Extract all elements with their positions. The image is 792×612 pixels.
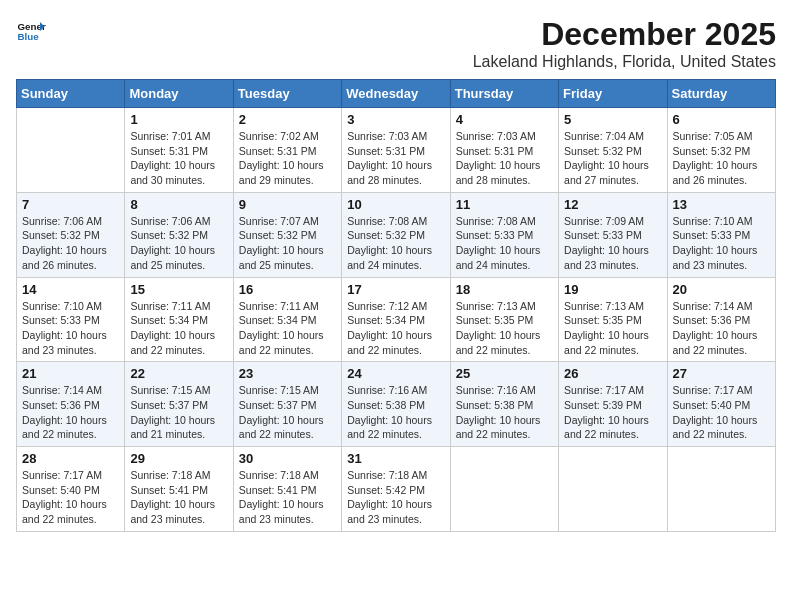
calendar-cell: 9Sunrise: 7:07 AMSunset: 5:32 PMDaylight… — [233, 192, 341, 277]
title-block: December 2025 Lakeland Highlands, Florid… — [473, 16, 776, 71]
day-info: Sunrise: 7:15 AMSunset: 5:37 PMDaylight:… — [239, 383, 336, 442]
calendar-cell: 1Sunrise: 7:01 AMSunset: 5:31 PMDaylight… — [125, 108, 233, 193]
logo: General Blue — [16, 16, 46, 46]
calendar-cell: 10Sunrise: 7:08 AMSunset: 5:32 PMDayligh… — [342, 192, 450, 277]
day-number: 5 — [564, 112, 661, 127]
day-info: Sunrise: 7:16 AMSunset: 5:38 PMDaylight:… — [347, 383, 444, 442]
day-number: 23 — [239, 366, 336, 381]
weekday-header: Saturday — [667, 80, 775, 108]
page-header: General Blue December 2025 Lakeland High… — [16, 16, 776, 71]
day-info: Sunrise: 7:16 AMSunset: 5:38 PMDaylight:… — [456, 383, 553, 442]
day-info: Sunrise: 7:14 AMSunset: 5:36 PMDaylight:… — [22, 383, 119, 442]
calendar-cell: 22Sunrise: 7:15 AMSunset: 5:37 PMDayligh… — [125, 362, 233, 447]
calendar-cell — [17, 108, 125, 193]
day-number: 3 — [347, 112, 444, 127]
day-info: Sunrise: 7:07 AMSunset: 5:32 PMDaylight:… — [239, 214, 336, 273]
calendar-week-row: 7Sunrise: 7:06 AMSunset: 5:32 PMDaylight… — [17, 192, 776, 277]
calendar-cell: 21Sunrise: 7:14 AMSunset: 5:36 PMDayligh… — [17, 362, 125, 447]
calendar-cell: 16Sunrise: 7:11 AMSunset: 5:34 PMDayligh… — [233, 277, 341, 362]
day-number: 17 — [347, 282, 444, 297]
day-number: 11 — [456, 197, 553, 212]
calendar-cell: 5Sunrise: 7:04 AMSunset: 5:32 PMDaylight… — [559, 108, 667, 193]
day-info: Sunrise: 7:05 AMSunset: 5:32 PMDaylight:… — [673, 129, 770, 188]
calendar-cell: 11Sunrise: 7:08 AMSunset: 5:33 PMDayligh… — [450, 192, 558, 277]
day-number: 6 — [673, 112, 770, 127]
day-number: 4 — [456, 112, 553, 127]
day-number: 12 — [564, 197, 661, 212]
day-info: Sunrise: 7:13 AMSunset: 5:35 PMDaylight:… — [456, 299, 553, 358]
day-info: Sunrise: 7:04 AMSunset: 5:32 PMDaylight:… — [564, 129, 661, 188]
calendar-cell: 31Sunrise: 7:18 AMSunset: 5:42 PMDayligh… — [342, 447, 450, 532]
weekday-header: Sunday — [17, 80, 125, 108]
day-info: Sunrise: 7:17 AMSunset: 5:39 PMDaylight:… — [564, 383, 661, 442]
day-info: Sunrise: 7:18 AMSunset: 5:41 PMDaylight:… — [239, 468, 336, 527]
calendar-cell: 30Sunrise: 7:18 AMSunset: 5:41 PMDayligh… — [233, 447, 341, 532]
calendar-week-row: 21Sunrise: 7:14 AMSunset: 5:36 PMDayligh… — [17, 362, 776, 447]
calendar-cell: 23Sunrise: 7:15 AMSunset: 5:37 PMDayligh… — [233, 362, 341, 447]
day-info: Sunrise: 7:12 AMSunset: 5:34 PMDaylight:… — [347, 299, 444, 358]
calendar-cell: 19Sunrise: 7:13 AMSunset: 5:35 PMDayligh… — [559, 277, 667, 362]
day-number: 26 — [564, 366, 661, 381]
day-number: 9 — [239, 197, 336, 212]
day-number: 29 — [130, 451, 227, 466]
day-info: Sunrise: 7:06 AMSunset: 5:32 PMDaylight:… — [22, 214, 119, 273]
logo-icon: General Blue — [16, 16, 46, 46]
day-info: Sunrise: 7:11 AMSunset: 5:34 PMDaylight:… — [130, 299, 227, 358]
day-number: 16 — [239, 282, 336, 297]
weekday-header-row: SundayMondayTuesdayWednesdayThursdayFrid… — [17, 80, 776, 108]
day-info: Sunrise: 7:17 AMSunset: 5:40 PMDaylight:… — [673, 383, 770, 442]
weekday-header: Monday — [125, 80, 233, 108]
day-number: 21 — [22, 366, 119, 381]
day-number: 1 — [130, 112, 227, 127]
day-info: Sunrise: 7:06 AMSunset: 5:32 PMDaylight:… — [130, 214, 227, 273]
calendar-cell: 12Sunrise: 7:09 AMSunset: 5:33 PMDayligh… — [559, 192, 667, 277]
calendar-cell: 14Sunrise: 7:10 AMSunset: 5:33 PMDayligh… — [17, 277, 125, 362]
day-info: Sunrise: 7:09 AMSunset: 5:33 PMDaylight:… — [564, 214, 661, 273]
calendar-cell — [667, 447, 775, 532]
calendar-subtitle: Lakeland Highlands, Florida, United Stat… — [473, 53, 776, 71]
calendar-cell: 26Sunrise: 7:17 AMSunset: 5:39 PMDayligh… — [559, 362, 667, 447]
calendar-week-row: 1Sunrise: 7:01 AMSunset: 5:31 PMDaylight… — [17, 108, 776, 193]
calendar-table: SundayMondayTuesdayWednesdayThursdayFrid… — [16, 79, 776, 532]
calendar-cell: 27Sunrise: 7:17 AMSunset: 5:40 PMDayligh… — [667, 362, 775, 447]
day-number: 31 — [347, 451, 444, 466]
calendar-cell: 4Sunrise: 7:03 AMSunset: 5:31 PMDaylight… — [450, 108, 558, 193]
day-number: 30 — [239, 451, 336, 466]
svg-text:Blue: Blue — [18, 31, 40, 42]
calendar-cell: 20Sunrise: 7:14 AMSunset: 5:36 PMDayligh… — [667, 277, 775, 362]
calendar-cell: 3Sunrise: 7:03 AMSunset: 5:31 PMDaylight… — [342, 108, 450, 193]
day-info: Sunrise: 7:08 AMSunset: 5:33 PMDaylight:… — [456, 214, 553, 273]
day-number: 7 — [22, 197, 119, 212]
day-info: Sunrise: 7:11 AMSunset: 5:34 PMDaylight:… — [239, 299, 336, 358]
day-number: 10 — [347, 197, 444, 212]
day-info: Sunrise: 7:03 AMSunset: 5:31 PMDaylight:… — [347, 129, 444, 188]
calendar-cell: 29Sunrise: 7:18 AMSunset: 5:41 PMDayligh… — [125, 447, 233, 532]
calendar-week-row: 14Sunrise: 7:10 AMSunset: 5:33 PMDayligh… — [17, 277, 776, 362]
day-info: Sunrise: 7:14 AMSunset: 5:36 PMDaylight:… — [673, 299, 770, 358]
day-number: 13 — [673, 197, 770, 212]
day-number: 2 — [239, 112, 336, 127]
day-number: 8 — [130, 197, 227, 212]
calendar-cell: 2Sunrise: 7:02 AMSunset: 5:31 PMDaylight… — [233, 108, 341, 193]
calendar-cell — [450, 447, 558, 532]
day-number: 19 — [564, 282, 661, 297]
calendar-cell: 6Sunrise: 7:05 AMSunset: 5:32 PMDaylight… — [667, 108, 775, 193]
calendar-cell — [559, 447, 667, 532]
day-info: Sunrise: 7:10 AMSunset: 5:33 PMDaylight:… — [22, 299, 119, 358]
calendar-cell: 7Sunrise: 7:06 AMSunset: 5:32 PMDaylight… — [17, 192, 125, 277]
day-number: 25 — [456, 366, 553, 381]
day-number: 27 — [673, 366, 770, 381]
day-number: 15 — [130, 282, 227, 297]
day-info: Sunrise: 7:10 AMSunset: 5:33 PMDaylight:… — [673, 214, 770, 273]
day-number: 22 — [130, 366, 227, 381]
calendar-cell: 13Sunrise: 7:10 AMSunset: 5:33 PMDayligh… — [667, 192, 775, 277]
calendar-cell: 18Sunrise: 7:13 AMSunset: 5:35 PMDayligh… — [450, 277, 558, 362]
day-info: Sunrise: 7:08 AMSunset: 5:32 PMDaylight:… — [347, 214, 444, 273]
day-number: 20 — [673, 282, 770, 297]
calendar-cell: 28Sunrise: 7:17 AMSunset: 5:40 PMDayligh… — [17, 447, 125, 532]
calendar-title: December 2025 — [473, 16, 776, 53]
weekday-header: Thursday — [450, 80, 558, 108]
day-number: 18 — [456, 282, 553, 297]
day-info: Sunrise: 7:01 AMSunset: 5:31 PMDaylight:… — [130, 129, 227, 188]
calendar-cell: 24Sunrise: 7:16 AMSunset: 5:38 PMDayligh… — [342, 362, 450, 447]
